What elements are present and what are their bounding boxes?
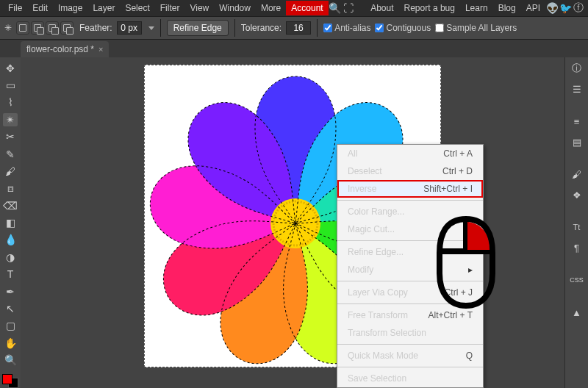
feather-dropdown-icon[interactable] [148,26,154,30]
shape-tool-icon[interactable]: ▢ [3,320,18,332]
tab-document[interactable]: flower-color.psd * × [21,41,109,57]
menu-account[interactable]: Account [286,1,328,15]
feather-input[interactable] [117,21,142,35]
magic-wand-tool-icon[interactable]: ✳ [4,23,12,33]
lasso-tool-icon[interactable]: ⌇ [3,96,18,109]
sample-all-check[interactable]: Sample All Layers [435,23,517,33]
menu-file[interactable]: File [3,1,27,15]
selection-modes [16,21,74,35]
menu-learn[interactable]: Learn [460,1,493,15]
wand-tool-icon[interactable]: ✴ [3,113,18,126]
feather-label: Feather: [79,23,112,33]
ctx-inverse[interactable]: InverseShift+Ctrl + I [337,180,483,198]
close-tab-icon[interactable]: × [98,45,103,54]
type-icon[interactable]: Tt [570,220,584,234]
menu-blog[interactable]: Blog [493,1,521,15]
brush-tool-icon[interactable]: 🖌 [3,165,18,177]
refine-edge-button[interactable]: Refine Edge [167,20,229,36]
contiguous-check[interactable]: Contiguous [375,23,431,33]
stamp-tool-icon[interactable]: ⧈ [3,182,18,195]
right-panels: ⓘ ☰ ≡ ▤ 🖌 ❖ Tt ¶ CSS ▲ [564,57,588,388]
facebook-icon[interactable]: ⓕ [572,1,585,15]
color-swatch[interactable] [2,374,18,388]
css-icon[interactable]: CSS [570,273,584,287]
selmode-add-icon[interactable] [31,21,44,35]
menu-more[interactable]: More [256,1,286,15]
type-tool-icon[interactable]: T [3,268,18,281]
tolerance-input[interactable] [286,21,311,35]
menu-bar: File Edit Image Layer Select Filter View… [0,0,588,16]
marquee-tool-icon[interactable]: ▭ [3,79,18,91]
blur-tool-icon[interactable]: 💧 [3,234,18,246]
ctx-save-selection[interactable]: Save Selection [337,370,483,387]
ctx-quick-mask-mode[interactable]: Quick Mask ModeQ [337,347,483,364]
mouse-rightclick-icon [432,215,500,312]
menu-about[interactable]: About [365,1,398,15]
fullscreen-icon[interactable]: ⛶ [342,2,355,14]
info-icon[interactable]: ⓘ [570,62,584,75]
hand-tool-icon[interactable]: ✋ [3,337,18,349]
menu-image[interactable]: Image [53,1,87,15]
crop-tool-icon[interactable]: ✂ [3,131,18,143]
menu-bug[interactable]: Report a bug [399,1,460,15]
swatches-icon[interactable]: ▤ [570,135,584,148]
tool-palette: ✥ ▭ ⌇ ✴ ✂ ✎ 🖌 ⧈ ⌫ ◧ 💧 ◑ T ✒ ↖ ▢ ✋ 🔍 [0,57,21,388]
menu-edit[interactable]: Edit [27,1,53,15]
menu-layer[interactable]: Layer [87,1,120,15]
zoom-tool-icon[interactable]: 🔍 [3,353,18,366]
layers-icon[interactable]: ❖ [570,188,584,201]
picture-icon[interactable]: ▲ [570,306,584,319]
tab-title: flower-color.psd * [26,44,94,54]
gradient-tool-icon[interactable]: ◧ [3,216,18,229]
menu-select[interactable]: Select [120,1,154,15]
paragraph-icon[interactable]: ¶ [570,241,584,254]
ctx-deselect[interactable]: DeselectCtrl + D [337,162,483,180]
document-tabs: flower-color.psd * × [0,40,588,57]
move-tool-icon[interactable]: ✥ [3,62,18,74]
brush-icon[interactable]: 🖌 [570,168,584,181]
pen-tool-icon[interactable]: ✒ [3,285,18,298]
history-icon[interactable]: ☰ [570,82,584,96]
twitter-icon[interactable]: 🐦 [559,2,572,14]
eraser-tool-icon[interactable]: ⌫ [3,199,18,212]
dodge-tool-icon[interactable]: ◑ [3,251,18,263]
menu-filter[interactable]: Filter [155,1,185,15]
selmode-new-icon[interactable] [16,21,29,35]
search-icon[interactable]: 🔍 [329,2,342,14]
eyedropper-tool-icon[interactable]: ✎ [3,148,18,160]
adjust-icon[interactable]: ≡ [570,115,584,128]
ctx-transform-selection[interactable]: Transform Selection [337,324,483,342]
fg-color[interactable] [2,374,12,384]
selmode-subtract-icon[interactable] [46,21,59,35]
tolerance-label: Tolerance: [241,23,282,33]
menu-window[interactable]: Window [214,1,256,15]
menu-api[interactable]: API [521,1,545,15]
path-tool-icon[interactable]: ↖ [3,302,18,315]
anti-alias-check[interactable]: Anti-alias [323,23,370,33]
options-bar: ✳ Feather: Refine Edge Tolerance: Anti-a… [0,16,588,40]
reddit-icon[interactable]: 👽 [545,2,559,14]
selmode-intersect-icon[interactable] [60,21,74,35]
menu-view[interactable]: View [184,1,214,15]
ctx-all[interactable]: AllCtrl + A [337,145,483,162]
